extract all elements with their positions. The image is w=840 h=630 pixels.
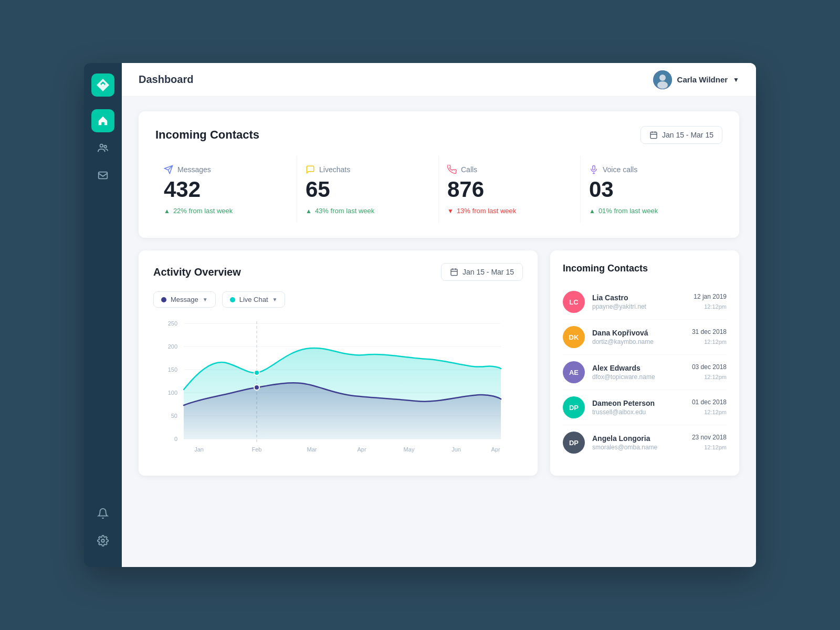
stat-voice-calls-value: 03 [589, 178, 710, 201]
contact-info-dp1: Dameon Peterson trussell@aibox.edu [592, 399, 685, 416]
svg-text:0: 0 [174, 436, 177, 442]
svg-rect-12 [593, 166, 595, 170]
stat-calls: Calls 876 ▼ 13% from last week [439, 156, 581, 223]
date-range-label: Jan 15 - Mar 15 [662, 131, 713, 139]
contact-avatar-ae: AE [563, 361, 585, 383]
stat-livechats: Livechats 65 ▲ 43% from last week [297, 156, 439, 223]
svg-text:May: May [404, 446, 415, 453]
contact-email-ae: dfox@topicware.name [592, 373, 685, 381]
contact-avatar-lc: LC [563, 291, 585, 313]
svg-point-0 [102, 84, 104, 87]
contact-name-dk: Dana Kopřivová [592, 329, 685, 337]
stat-messages-label: Messages [164, 165, 284, 174]
contact-name-dp1: Dameon Peterson [592, 399, 685, 407]
svg-text:Mar: Mar [307, 446, 317, 453]
sidebar-item-settings[interactable] [91, 529, 114, 552]
svg-rect-8 [650, 132, 657, 139]
activity-date-range-label: Jan 15 - Mar 15 [463, 268, 514, 276]
contact-date-dk: 31 dec 2018 [692, 328, 727, 335]
activity-date-range-button[interactable]: Jan 15 - Mar 15 [441, 263, 523, 281]
contact-time-dk: 31 dec 2018 12:12pm [692, 328, 727, 346]
svg-point-33 [254, 370, 259, 375]
svg-text:Apr: Apr [491, 446, 500, 453]
app-logo[interactable] [91, 74, 114, 97]
user-menu[interactable]: Carla Wildner ▼ [653, 70, 739, 89]
stat-livechats-value: 65 [306, 178, 426, 201]
calendar-icon [649, 131, 658, 139]
stat-calls-value: 876 [447, 178, 568, 201]
contact-time-dp1: 01 dec 2018 12:12pm [692, 398, 727, 416]
app-wrapper: Dashboard Carla Wildner ▼ Incoming Conta… [84, 63, 756, 567]
sidebar-item-users[interactable] [91, 136, 114, 160]
up-arrow-icon: ▲ [164, 207, 170, 215]
live-chat-dot [230, 297, 235, 302]
svg-rect-3 [99, 172, 108, 179]
contact-avatar-dk: DK [563, 326, 585, 348]
contact-info-dk: Dana Kopřivová dortiz@kaymbo.name [592, 329, 685, 345]
sidebar-item-notifications[interactable] [91, 502, 114, 525]
contact-info-ae: Alex Edwards dfox@topicware.name [592, 364, 685, 381]
username-label: Carla Wildner [677, 75, 728, 84]
contacts-list-title: Incoming Contacts [563, 263, 727, 274]
activity-overview-card: Activity Overview Jan 15 - Mar 15 [139, 250, 538, 476]
contact-info-lc: Lia Castro ppayne@yakitri.net [592, 293, 686, 310]
contact-date-dp1: 01 dec 2018 [692, 398, 727, 406]
stat-voice-calls: Voice calls 03 ▲ 01% from last week [581, 156, 722, 223]
message-filter-chevron: ▼ [203, 297, 208, 302]
date-range-button[interactable]: Jan 15 - Mar 15 [640, 126, 722, 144]
contact-item-ae[interactable]: AE Alex Edwards dfox@topicware.name 03 d… [563, 355, 727, 390]
filter-message-label: Message [171, 296, 198, 303]
sidebar-item-home[interactable] [91, 109, 114, 132]
chat-icon [306, 165, 315, 174]
contact-time-lc: 12 jan 2019 12:12pm [694, 293, 727, 311]
page-title: Dashboard [139, 74, 193, 86]
svg-point-7 [657, 81, 668, 89]
stat-livechats-change: ▲ 43% from last week [306, 207, 426, 215]
stat-livechats-label: Livechats [306, 165, 426, 174]
svg-text:100: 100 [168, 390, 177, 396]
contact-email-lc: ppayne@yakitri.net [592, 303, 686, 310]
incoming-contacts-title: Incoming Contacts [155, 128, 259, 142]
filter-live-chat-button[interactable]: Live Chat ▼ [222, 291, 286, 308]
svg-point-4 [101, 539, 104, 542]
activity-chart: 250 200 150 100 50 0 [153, 316, 523, 463]
stat-calls-label: Calls [447, 165, 568, 174]
content-area: Incoming Contacts Jan 15 - Mar 15 [122, 97, 756, 567]
chevron-down-icon: ▼ [733, 76, 739, 83]
contact-date-dp2: 23 nov 2018 [692, 434, 727, 441]
stats-grid: Messages 432 ▲ 22% from last week [155, 156, 722, 223]
contact-info-dp2: Angela Longoria smorales@omba.name [592, 434, 685, 451]
svg-text:Jun: Jun [452, 446, 461, 453]
message-dot [161, 297, 166, 302]
contact-item-dp1[interactable]: DP Dameon Peterson trussell@aibox.edu 01… [563, 390, 727, 425]
contact-name-lc: Lia Castro [592, 293, 686, 302]
stat-messages-change: ▲ 22% from last week [164, 207, 284, 215]
phone-icon [447, 165, 457, 174]
contact-item-dp2[interactable]: DP Angela Longoria smorales@omba.name 23… [563, 425, 727, 460]
stat-messages: Messages 432 ▲ 22% from last week [155, 156, 297, 223]
header: Dashboard Carla Wildner ▼ [122, 63, 756, 97]
contact-hour-dp1: 12:12pm [704, 409, 727, 415]
contact-email-dk: dortiz@kaymbo.name [592, 338, 685, 345]
contact-name-dp2: Angela Longoria [592, 434, 685, 443]
contact-time-ae: 03 dec 2018 12:12pm [692, 363, 727, 381]
incoming-contacts-list-card: Incoming Contacts LC Lia Castro ppayne@y… [550, 250, 739, 476]
contact-item-dk[interactable]: DK Dana Kopřivová dortiz@kaymbo.name 31 … [563, 320, 727, 355]
microphone-icon [589, 165, 598, 174]
sidebar-item-inbox[interactable] [91, 164, 114, 187]
filter-message-button[interactable]: Message ▼ [153, 291, 216, 308]
svg-point-6 [659, 75, 666, 81]
svg-text:50: 50 [171, 413, 177, 419]
bottom-row: Activity Overview Jan 15 - Mar 15 [139, 250, 739, 476]
calendar-icon [450, 268, 458, 276]
avatar [653, 70, 672, 89]
contact-item-lc[interactable]: LC Lia Castro ppayne@yakitri.net 12 jan … [563, 285, 727, 320]
contact-avatar-dp1: DP [563, 396, 585, 418]
contact-email-dp1: trussell@aibox.edu [592, 408, 685, 416]
message-icon [164, 165, 173, 174]
main-content: Dashboard Carla Wildner ▼ Incoming Conta… [122, 63, 756, 567]
svg-text:Apr: Apr [357, 446, 366, 453]
incoming-contacts-card: Incoming Contacts Jan 15 - Mar 15 [139, 111, 739, 238]
contact-hour-dp2: 12:12pm [704, 444, 727, 450]
contact-hour-dk: 12:12pm [704, 339, 727, 345]
